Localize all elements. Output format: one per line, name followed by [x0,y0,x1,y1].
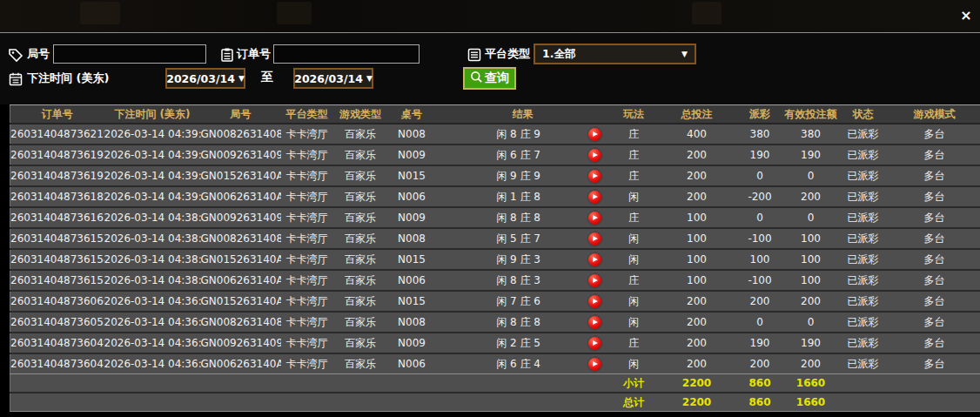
cell-game-type: 百家乐 [333,353,388,374]
cell-platform: 卡卡湾厅 [281,312,333,333]
cell-game-mode: 多台 [889,249,980,270]
background-artifact [277,2,312,24]
table-row[interactable]: 260314048736151 2026-03-14 04:38:17 GN00… [10,270,980,291]
video-play-icon[interactable] [588,128,601,141]
cell-game-type: 百家乐 [333,228,388,249]
cell-bet-type: 闲 [610,228,658,249]
search-button[interactable]: 查询 [463,67,516,90]
result-score: 闲 9 庄 9 [462,169,575,184]
video-play-icon[interactable] [588,212,601,225]
video-play-icon[interactable] [588,232,601,245]
result-score: 闲 8 庄 3 [462,273,575,288]
video-play-icon[interactable] [588,253,601,266]
cell-result: 闲 8 庄 8 [436,312,610,333]
cell-status: 已派彩 [838,312,889,333]
cell-total-bet: 200 [658,312,736,333]
cell-valid-bet: 190 [784,333,838,353]
cell-platform: 卡卡湾厅 [281,333,333,353]
cell-table-no: N015 [388,291,436,312]
video-play-icon[interactable] [588,358,601,371]
date-to-button[interactable]: 2026/03/14 ▼ [293,68,373,89]
result-score: 闲 2 庄 5 [462,336,575,351]
total-row: 总计 2200 860 1660 [10,393,980,412]
video-play-icon[interactable] [588,316,601,329]
cell-bet-type: 庄 [610,333,658,353]
column-header: 下注时间 (美东) [104,105,201,124]
column-header: 局号 [201,105,281,124]
cell-bet-time: 2026-03-14 04:36:25 [104,291,201,312]
result-score: 闲 6 庄 7 [462,148,575,163]
cell-game-type: 百家乐 [333,249,388,270]
platform-select[interactable]: 1.全部 ▼ [534,44,696,64]
close-icon[interactable]: × [957,7,975,24]
result-score: 闲 1 庄 8 [462,190,575,205]
calendar-icon [8,71,23,87]
platform-type-label: 平台类型 [485,46,530,62]
cell-platform: 卡卡湾厅 [281,186,333,207]
table-row[interactable]: 260314048736052 2026-03-14 04:36:23 GN00… [10,312,980,333]
result-score: 闲 8 庄 8 [462,211,575,225]
cell-bet-time: 2026-03-14 04:36:21 [104,333,201,353]
table-row[interactable]: 260314048736161 2026-03-14 04:38:23 GN00… [10,207,980,228]
date-from-value: 2026/03/14 [166,72,235,85]
cell-game-mode: 多台 [889,333,980,353]
cell-result: 闲 8 庄 9 [436,124,610,145]
order-number-input[interactable] [273,44,420,64]
subtotal-total-bet: 2200 [658,374,736,393]
filter-panel: 局号 订单号 平台类型 1.全部 ▼ 下注时间 (美东) 2026/03/14 … [0,33,980,104]
tag-icon [8,47,23,63]
table-row[interactable]: 260314048736060 2026-03-14 04:36:25 GN01… [10,291,980,312]
video-play-icon[interactable] [588,337,601,350]
top-bar: × [0,0,980,33]
cell-order-no: 260314048736045 [10,353,104,374]
cell-order-no: 260314048736219 [10,124,104,145]
cell-order-no: 260314048736157 [10,228,104,249]
subtotal-label: 小计 [610,374,658,393]
cell-platform: 卡卡湾厅 [281,353,333,374]
result-score: 闲 8 庄 9 [462,127,575,142]
cell-status: 已派彩 [838,270,889,291]
cell-status: 已派彩 [838,207,889,228]
result-score: 闲 7 庄 6 [462,294,575,309]
cell-bet-type: 闲 [610,249,658,270]
cell-bet-time: 2026-03-14 04:36:23 [104,312,201,333]
cell-bet-type: 闲 [610,186,658,207]
table-row[interactable]: 260314048736157 2026-03-14 04:38:21 GN00… [10,228,980,249]
cell-bet-time: 2026-03-14 04:38:21 [104,228,201,249]
cell-payout: 100 [736,249,784,270]
video-play-icon[interactable] [588,170,601,183]
date-from-button[interactable]: 2026/03/14 ▼ [165,68,245,89]
cell-payout: -200 [736,186,784,207]
cell-bet-time: 2026-03-14 04:36:18 [104,353,201,374]
video-play-icon[interactable] [588,191,601,204]
cell-game-type: 百家乐 [333,333,388,353]
cell-game-type: 百家乐 [333,270,388,291]
table-row[interactable]: 260314048736154 2026-03-14 04:38:19 GN01… [10,249,980,270]
cell-round-no: GN006263140AC [201,186,281,207]
table-row[interactable]: 260314048736045 2026-03-14 04:36:18 GN00… [10,353,980,374]
cell-game-type: 百家乐 [333,291,388,312]
cell-round-no: GN0092631409S [201,145,281,165]
column-header: 玩法 [610,105,658,124]
table-row[interactable]: 260314048736189 2026-03-14 04:39:07 GN00… [10,186,980,207]
cell-payout: -100 [736,228,784,249]
search-icon [470,71,483,86]
cell-valid-bet: 0 [784,312,838,333]
cell-game-mode: 多台 [889,291,980,312]
video-play-icon[interactable] [588,295,601,308]
round-number-input[interactable] [53,44,206,64]
cell-bet-time: 2026-03-14 04:39:11 [104,145,201,165]
cell-valid-bet: 0 [784,165,838,186]
table-row[interactable]: 260314048736191 2026-03-14 04:39:09 GN01… [10,165,980,186]
video-play-icon[interactable] [588,149,601,162]
cell-order-no: 260314048736189 [10,186,104,207]
cell-total-bet: 200 [658,353,736,374]
column-header: 游戏类型 [333,105,388,124]
cell-round-no: GN0082631408R [201,124,281,145]
video-play-icon[interactable] [588,274,601,287]
cell-platform: 卡卡湾厅 [281,228,333,249]
table-row[interactable]: 260314048736192 2026-03-14 04:39:11 GN00… [10,145,980,165]
cell-table-no: N008 [388,312,436,333]
table-row[interactable]: 260314048736049 2026-03-14 04:36:21 GN00… [10,333,980,353]
table-row[interactable]: 260314048736219 2026-03-14 04:39:58 GN00… [10,124,980,145]
